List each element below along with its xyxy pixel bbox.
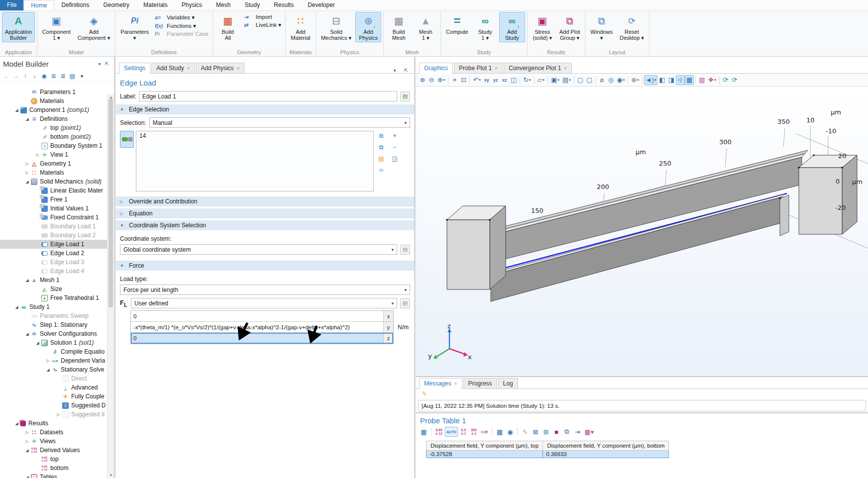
scrollbar-thumb[interactable] <box>108 98 113 307</box>
forward-icon[interactable]: → <box>11 72 20 81</box>
tab-add-physics[interactable]: Add Physics× <box>196 63 245 73</box>
stress-solid-button[interactable]: Stress (solid) ▾ <box>530 12 555 42</box>
add-component-button[interactable]: Add Component ▾ <box>75 12 113 42</box>
tree-item-compile-equatio[interactable]: Compile Equatio <box>0 347 114 356</box>
section-coordinate-system[interactable]: ▼ Coordinate System Selection <box>116 220 414 230</box>
coordinate-system-dropdown[interactable]: Global coordinate system ▾ <box>120 244 397 255</box>
model-tree-node-text-icon[interactable]: ▤ <box>68 72 77 81</box>
copy-selection-icon[interactable]: ⧉ <box>376 131 387 141</box>
windows-button[interactable]: Windows ▾ <box>587 12 616 42</box>
ribbon-tab-home[interactable]: Home <box>23 0 54 10</box>
tab-probe-plot-1[interactable]: Probe Plot 1× <box>454 63 503 73</box>
model-builder-menu-icon[interactable]: ▾ <box>97 61 103 67</box>
tree-item-parametric-sweep[interactable]: Parametric Sweep <box>0 311 114 320</box>
reset-hiding-icon[interactable]: ◎ <box>606 75 615 85</box>
tree-item-tables[interactable]: ◢Tables <box>0 473 114 478</box>
plot-settings-icon[interactable]: ⊛▾ <box>630 75 640 85</box>
compute-button[interactable]: Compute <box>443 12 471 36</box>
ribbon-tab-geometry[interactable]: Geometry <box>96 0 136 10</box>
import-button[interactable]: ⇥Import <box>244 14 281 20</box>
selection-dropdown[interactable]: Manual ▾ <box>149 117 410 128</box>
tab-add-study[interactable]: Add Study× <box>151 63 195 73</box>
add-to-selection-icon[interactable]: + <box>389 131 400 141</box>
expander-icon[interactable]: ◢ <box>23 448 31 453</box>
view-xy-icon[interactable]: xy <box>482 75 491 85</box>
scene-light-icon[interactable]: ▱▾ <box>536 75 546 85</box>
expander-icon[interactable]: ◢ <box>13 421 20 426</box>
tree-item-solid-mechanics[interactable]: ◢Solid Mechanics(solid) <box>0 177 114 186</box>
force-z-input[interactable]: 0 <box>131 333 383 344</box>
component-1-button[interactable]: Component 1 ▾ <box>39 12 74 42</box>
expander-icon[interactable]: ◢ <box>13 305 20 309</box>
variables-button[interactable]: a=Variables ▾ <box>155 14 209 21</box>
tree-item-boundary-load-2[interactable]: Boundary Load 2 <box>0 231 114 240</box>
section-edge-selection[interactable]: ▼ Edge Selection <box>116 104 414 114</box>
ribbon-tab-file[interactable]: File <box>0 0 23 10</box>
add-physics-button[interactable]: Add Physics <box>355 12 381 42</box>
tree-item-geometry-1[interactable]: ▷Geometry 1 <box>0 159 114 168</box>
expander-icon[interactable]: ◢ <box>23 117 31 121</box>
tree-item-study-1[interactable]: ◢Study 1 <box>0 302 114 311</box>
orthographic-projection-icon[interactable]: ◫ <box>509 75 518 85</box>
tree-item-stationary-solve[interactable]: ◢Stationary Solve <box>0 365 114 374</box>
collapse-icon[interactable]: ▷ <box>120 199 125 204</box>
full-precision-icon[interactable]: ▦ <box>495 427 504 437</box>
tab-log[interactable]: Log <box>498 378 518 388</box>
tree-item-solution-1[interactable]: ◢Solution 1(sol1) <box>0 338 114 347</box>
tree-item-top[interactable]: top <box>0 455 114 464</box>
show-grid-icon[interactable]: ▦ <box>685 75 694 85</box>
section-override[interactable]: ▷ Override and Contribution <box>116 196 414 206</box>
update-solution-icon[interactable]: ⟳ <box>721 75 730 85</box>
tree-item-bottom[interactable]: bottom <box>0 464 114 473</box>
livelink-button[interactable]: ⇄LiveLink ▾ <box>244 21 281 28</box>
tree-item-advanced[interactable]: Advanced <box>0 383 114 392</box>
scientific-notation-icon[interactable]: ◉ <box>505 427 515 437</box>
go-to-default-view-icon[interactable]: ↶▾ <box>471 75 482 85</box>
table-color-icon[interactable]: ■ <box>551 427 561 437</box>
back-icon[interactable]: ← <box>2 72 10 81</box>
delete-table-icon[interactable]: ⊠ <box>531 427 540 437</box>
settings-pin-icon[interactable]: ⇱ <box>402 68 410 73</box>
tree-item-view-1[interactable]: ▷View 1 <box>0 150 114 159</box>
copy-icon[interactable]: ⧉ <box>376 142 387 152</box>
tree-item-boundary-system-1[interactable]: Boundary System 1 <box>0 141 114 150</box>
show-axis-icon[interactable]: ⊹ <box>676 75 685 85</box>
expander-icon[interactable]: ◢ <box>34 341 41 345</box>
ribbon-tab-materials[interactable]: Materials <box>136 0 175 10</box>
tree-item-fixed-constraint-1[interactable]: Fixed Constraint 1 <box>0 213 114 222</box>
hide-selected-icon[interactable]: ⌀ <box>597 75 606 85</box>
zoom-in-icon[interactable]: ⊕ <box>418 75 427 85</box>
build-mesh-button[interactable]: Build Mesh <box>386 12 412 42</box>
deselect-box-icon[interactable]: ▢ <box>585 75 594 85</box>
zoom-to-selection-icon[interactable]: ⊹ <box>376 165 387 175</box>
application-builder-button[interactable]: Application Builder <box>2 12 35 42</box>
ribbon-tab-study[interactable]: Study <box>237 0 267 10</box>
graphics-canvas[interactable]: z y x 150200250300350µm10µm-10200µm-20 <box>416 87 868 376</box>
front-beam-end-plate[interactable] <box>780 195 789 236</box>
force-y-input[interactable]: -x*(theta_m/1) *(e_o*Vs*Vs/2)*(1/(gap+v-… <box>131 322 383 332</box>
tree-item-solver-configurations[interactable]: ◢Solver Configurations <box>0 329 114 338</box>
tree-item-materials[interactable]: Materials <box>0 96 114 105</box>
expander-icon[interactable]: ▷ <box>23 430 31 435</box>
tree-item-linear-elastic-mater[interactable]: Linear Elastic Mater <box>0 186 114 195</box>
tree-item-suggested-it[interactable]: ▷Suggested It <box>0 410 114 419</box>
more-icon[interactable]: ▾ <box>78 72 86 81</box>
active-toggle-button[interactable] <box>120 131 134 148</box>
expander-icon[interactable]: ◢ <box>23 278 31 283</box>
reset-desktop-button[interactable]: Reset Desktop ▾ <box>617 12 647 42</box>
tree-item-free-1[interactable]: Free 1 <box>0 195 114 204</box>
solid-mechanics-button[interactable]: Solid Mechanics ▾ <box>318 12 354 42</box>
selection-entity[interactable]: 14 <box>139 132 146 139</box>
section-equation[interactable]: ▷ Equation <box>116 208 414 218</box>
move-down-icon[interactable]: ↓ <box>30 72 39 81</box>
tree-item-materials[interactable]: ▷Materials <box>0 168 114 177</box>
tab-convergence-plot-1[interactable]: Convergence Plot 1× <box>504 63 572 73</box>
tab-progress[interactable]: Progress <box>463 378 497 388</box>
tree-item-size[interactable]: Size <box>0 285 114 293</box>
clear-table-icon[interactable]: ✎ <box>520 427 530 437</box>
show-front-icon[interactable]: ◧ <box>657 75 666 85</box>
expander-icon[interactable]: ◢ <box>23 475 31 478</box>
image-snapshot-icon[interactable]: ▣▾ <box>549 75 561 85</box>
expander-icon[interactable]: ▷ <box>55 412 62 417</box>
table-settings-icon[interactable]: ▦ <box>419 427 429 437</box>
